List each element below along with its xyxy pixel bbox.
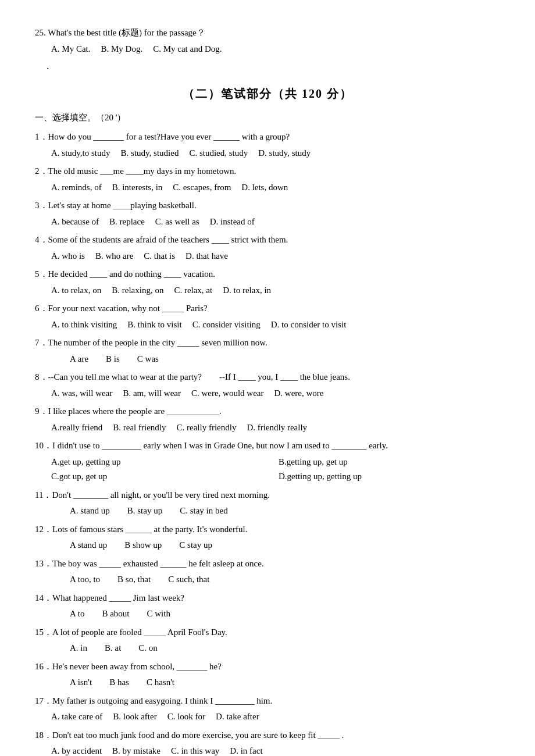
question-5: 5．He decided ____ and do nothing ____ va…	[35, 267, 500, 298]
q10-option-3: D.getting up, getting up	[279, 469, 500, 484]
q13-option-0: A too, to	[70, 572, 100, 587]
q25-options: A. My Cat. B. My Dog. C. My cat and Dog.	[51, 42, 500, 57]
question-15: 15．A lot of people are fooled _____ Apri…	[35, 625, 500, 656]
q11-option-1: B. stay up	[127, 504, 162, 519]
q6-option-0: A. to think visiting	[51, 318, 117, 333]
q1-option-0: A. study,to study	[51, 146, 110, 161]
question-25: 25. What's the best title (标题) for the p…	[35, 26, 500, 56]
q2-option-2: C. escapes, from	[173, 180, 231, 195]
q17-text: 17．My father is outgoing and easygoing. …	[35, 694, 500, 709]
question-9: 9．I like places where the people are ___…	[35, 404, 500, 435]
q5-option-3: D. to relax, in	[223, 283, 271, 298]
question-13: 13．The boy was _____ exhausted ______ he…	[35, 557, 500, 587]
q16-options: A isn'tB hasC hasn't	[70, 675, 500, 690]
q12-text: 12．Lots of famous stars ______ at the pa…	[35, 522, 500, 537]
q4-option-1: B. who are	[95, 249, 133, 264]
q8-option-3: D. were, wore	[274, 386, 324, 401]
q1-option-3: D. study, study	[258, 146, 311, 161]
q2-option-0: A. reminds, of	[51, 180, 102, 195]
q18-option-0: A. by accident	[51, 744, 102, 756]
q3-options: A. because ofB. replaceC. as well asD. i…	[51, 215, 500, 230]
q10-text: 10．I didn't use to _________ early when …	[35, 438, 500, 454]
q18-option-2: C. in this way	[171, 744, 219, 756]
question-3: 3．Let's stay at home ____playing basketb…	[35, 198, 500, 229]
q17-option-2: C. look for	[167, 709, 205, 725]
q8-options: A. was, will wearB. am, will wearC. were…	[51, 386, 500, 401]
q4-options: A. who isB. who areC. that isD. that hav…	[51, 249, 500, 264]
q18-option-1: B. by mistake	[112, 744, 160, 756]
q10-option-1: B.getting up, get up	[279, 455, 500, 470]
q18-option-3: D. in fact	[230, 744, 262, 756]
q11-option-0: A. stand up	[70, 504, 110, 519]
q12-option-2: C stay up	[179, 538, 212, 553]
q12-options: A stand upB show upC stay up	[70, 538, 500, 553]
q10-option-0: A.get up, getting up	[51, 455, 273, 470]
q18-text: 18．Don't eat too much junk food and do m…	[35, 728, 500, 743]
q18-options: A. by accidentB. by mistakeC. in this wa…	[51, 744, 500, 756]
q1-options: A. study,to studyB. study, studiedC. stu…	[51, 146, 500, 161]
q15-option-1: B. at	[105, 641, 121, 656]
part1-title: 一、选择填空。（20 '）	[35, 110, 500, 126]
q14-text: 14．What happened _____ Jim last week?	[35, 591, 500, 606]
q25-option-a: A. My Cat.	[51, 42, 91, 57]
questions-container: 1．How do you _______ for a test?Have you…	[35, 130, 500, 756]
question-2: 2．The old music ___me ____my days in my …	[35, 164, 500, 195]
dot-marker: ·	[47, 60, 500, 78]
q6-option-3: D. to consider to visit	[271, 318, 347, 333]
q15-options: A. inB. atC. on	[70, 641, 500, 656]
q3-option-0: A. because of	[51, 215, 99, 230]
q12-option-1: B show up	[124, 538, 162, 553]
q15-option-0: A. in	[70, 641, 87, 656]
q15-text: 15．A lot of people are fooled _____ Apri…	[35, 625, 500, 640]
q4-text: 4．Some of the students are afraid of the…	[35, 233, 500, 248]
question-18: 18．Don't eat too much junk food and do m…	[35, 728, 500, 756]
question-16: 16．He's never been away from school, ___…	[35, 659, 500, 690]
question-17: 17．My father is outgoing and easygoing. …	[35, 694, 500, 725]
q25-option-b: B. My Dog.	[101, 42, 143, 57]
q25-option-c: C. My cat and Dog.	[153, 42, 222, 57]
question-10: 10．I didn't use to _________ early when …	[35, 438, 500, 484]
q9-option-1: B. real friendly	[113, 420, 166, 436]
question-8: 8．--Can you tell me what to wear at the …	[35, 370, 500, 401]
q13-options: A too, toB so, thatC such, that	[70, 572, 500, 587]
q5-text: 5．He decided ____ and do nothing ____ va…	[35, 267, 500, 282]
q16-text: 16．He's never been away from school, ___…	[35, 659, 500, 675]
q4-option-3: D. that have	[186, 249, 228, 264]
q8-option-2: C. were, would wear	[191, 386, 264, 401]
q14-option-2: C with	[147, 607, 170, 622]
q10-options: A.get up, getting upB.getting up, get up…	[51, 455, 500, 484]
q9-option-3: D. friendly really	[247, 420, 307, 436]
q13-option-2: C such, that	[168, 572, 209, 587]
q7-options: A areB isC was	[70, 352, 500, 367]
q3-option-2: C. as well as	[155, 215, 199, 230]
section2-header: （二）笔试部分（共 120 分）	[35, 84, 500, 104]
q11-options: A. stand upB. stay upC. stay in bed	[70, 504, 500, 519]
q6-options: A. to think visitingB. think to visitC. …	[51, 318, 500, 333]
q4-option-2: C. that is	[144, 249, 175, 264]
q17-option-0: A. take care of	[51, 709, 102, 725]
q17-options: A. take care ofB. look afterC. look forD…	[51, 709, 500, 725]
q5-options: A. to relax, onB. relaxing, onC. relax, …	[51, 283, 500, 298]
q14-options: A toB aboutC with	[70, 607, 500, 622]
q14-option-1: B about	[102, 607, 129, 622]
q9-option-0: A.really friend	[51, 420, 102, 436]
q16-option-2: C hasn't	[147, 675, 174, 690]
q5-option-0: A. to relax, on	[51, 283, 101, 298]
q13-text: 13．The boy was _____ exhausted ______ he…	[35, 557, 500, 572]
q3-option-1: B. replace	[109, 215, 145, 230]
q2-option-3: D. lets, down	[241, 180, 288, 195]
q4-option-0: A. who is	[51, 249, 85, 264]
question-11: 11．Don't ________ all night, or you'll b…	[35, 488, 500, 519]
q25-text: 25. What's the best title (标题) for the p…	[35, 26, 500, 41]
q6-option-2: C. consider visiting	[192, 318, 261, 333]
question-12: 12．Lots of famous stars ______ at the pa…	[35, 522, 500, 553]
q9-option-2: C. really friendly	[177, 420, 237, 436]
q17-option-3: D. take after	[216, 709, 259, 725]
q15-option-2: C. on	[138, 641, 158, 656]
q12-option-0: A stand up	[70, 538, 107, 553]
q1-option-1: B. study, studied	[121, 146, 179, 161]
q2-text: 2．The old music ___me ____my days in my …	[35, 164, 500, 179]
q10-option-2: C.got up, get up	[51, 469, 273, 484]
q17-option-1: B. look after	[113, 709, 156, 725]
q7-option-2: C was	[137, 352, 159, 367]
